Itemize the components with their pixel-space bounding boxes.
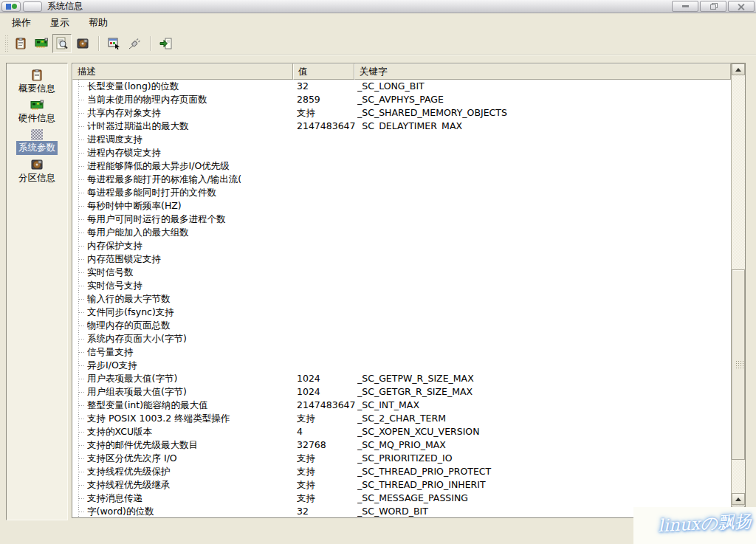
cell-desc: 支持消息传递 xyxy=(87,492,297,505)
exit-button[interactable] xyxy=(156,34,175,53)
cell-desc: 支持线程优先级继承 xyxy=(87,478,297,492)
cell-desc: 当前未使用的物理内存页面数 xyxy=(87,93,297,106)
cell-desc: 支持区分优先次序 I/O xyxy=(87,452,297,465)
table-row[interactable]: 当前未使用的物理内存页面数2859_SC_AVPHYS_PAGE xyxy=(72,93,731,106)
sidebar-item-partition[interactable]: 分区信息 xyxy=(7,159,67,185)
cell-key xyxy=(357,345,731,359)
cell-desc: 实时信号数 xyxy=(87,266,297,279)
hardware-info-button[interactable] xyxy=(32,34,51,53)
scrollbar-thumb[interactable] xyxy=(732,269,745,460)
titlebar[interactable]: 系统信息 xyxy=(0,0,756,13)
display-settings-icon xyxy=(108,38,120,49)
dithered-selected-icon xyxy=(31,129,43,140)
cell-value: 支持 xyxy=(297,412,357,425)
table-row[interactable]: 支持的XCU版本4_SC_XOPEN_XCU_VERSION xyxy=(72,425,731,438)
sidebar-item-summary[interactable]: 概要信息 xyxy=(7,69,67,96)
table-row[interactable]: 内存保护支持 xyxy=(72,239,731,252)
table-row[interactable]: 每进程最多能打开的标准输入/输出流( xyxy=(72,173,731,186)
sidebar-item-label: 分区信息 xyxy=(16,171,58,185)
window-menu-button[interactable] xyxy=(1,1,21,12)
table-row[interactable]: 系统内存页面大小(字节) xyxy=(72,332,731,345)
column-header-keyword[interactable]: 关键字 xyxy=(354,63,731,80)
sidebar-item-hardware[interactable]: 硬件信息 xyxy=(7,100,67,125)
scroll-up-button[interactable] xyxy=(732,63,745,75)
menubar: 操作 显示 帮助 xyxy=(0,13,756,32)
table-row[interactable]: 实时信号支持 xyxy=(72,279,731,292)
table-row[interactable]: 每秒时钟中断频率(HZ) xyxy=(72,199,731,213)
menu-view[interactable]: 显示 xyxy=(46,15,74,31)
table-row[interactable]: 计时器过期溢出的最大数2147483647_SC_DELAYTIMER_MAX xyxy=(72,120,731,130)
table-row[interactable]: 共享内存对象支持支持_SC_SHARED_MEMORY_OBJECTS xyxy=(72,106,731,120)
table-row[interactable]: 支持线程优先级继承支持_SC_THREAD_PRIO_INHERIT xyxy=(72,478,731,492)
table-row[interactable]: 物理内存的页面总数 xyxy=(72,319,731,332)
close-icon xyxy=(738,3,745,10)
cell-key xyxy=(357,319,731,332)
table-row[interactable]: 信号量支持 xyxy=(72,345,731,359)
cell-key: _SC_DELAYTIMER_MAX xyxy=(357,120,731,130)
menu-help[interactable]: 帮助 xyxy=(84,15,112,31)
partition-info-button[interactable] xyxy=(73,34,92,53)
cell-key: _SC_MESSAGE_PASSING xyxy=(357,492,731,505)
display-settings-button[interactable] xyxy=(104,34,123,53)
table-row[interactable]: 文件同步(fsync)支持 xyxy=(72,306,731,319)
summary-info-button[interactable] xyxy=(11,34,30,53)
cell-value: 4 xyxy=(297,425,357,438)
vertical-scrollbar[interactable] xyxy=(731,63,745,517)
app-icon xyxy=(12,4,17,9)
menu-action[interactable]: 操作 xyxy=(7,15,35,31)
table-row[interactable]: 每进程最多能同时打开的文件数 xyxy=(72,186,731,199)
table-row[interactable]: 实时信号数 xyxy=(72,266,731,279)
cell-value: 支持 xyxy=(297,478,357,492)
table-row[interactable]: 支持 POSIX 1003.2 终端类型操作支持_SC_2_CHAR_TERM xyxy=(72,412,731,425)
table-row[interactable]: 支持线程优先级保护支持_SC_THREAD_PRIO_PROTECT xyxy=(72,465,731,478)
arrow-up-icon xyxy=(735,68,741,72)
table-row[interactable]: 用户表项最大值(字节)1024_SC_GETPW_R_SIZE_MAX xyxy=(72,372,731,385)
table-row[interactable]: 输入行的最大字节数 xyxy=(72,292,731,306)
table-row[interactable]: 长型变量(long)的位数32_SC_LONG_BIT xyxy=(72,80,731,93)
cell-value xyxy=(297,266,357,279)
cell-value: 32 xyxy=(297,505,357,517)
table-row[interactable]: 进程调度支持 xyxy=(72,133,731,146)
cell-key: _SC_2_CHAR_TERM xyxy=(357,412,731,425)
scroll-up-button-bottom[interactable] xyxy=(732,493,745,505)
column-header-value[interactable]: 值 xyxy=(293,63,354,80)
cell-value: 支持 xyxy=(297,106,357,120)
cell-desc: 每进程最多能打开的标准输入/输出流( xyxy=(87,173,297,186)
cell-key xyxy=(357,133,731,146)
table-row[interactable]: 内存范围锁定支持 xyxy=(72,252,731,266)
table-row[interactable]: 进程内存锁定支持 xyxy=(72,146,731,159)
cell-key: _SC_LONG_BIT xyxy=(357,80,731,93)
toolbar-grip[interactable] xyxy=(4,35,9,52)
window-title: 系统信息 xyxy=(47,0,83,13)
minimize-button[interactable] xyxy=(672,1,698,12)
sidebar-item-label: 系统参数 xyxy=(16,141,58,155)
maximize-button[interactable] xyxy=(700,1,726,12)
table-row[interactable]: 每用户可同时运行的最多进程个数 xyxy=(72,213,731,226)
cell-value xyxy=(297,213,357,226)
cell-value: 1024 xyxy=(297,372,357,385)
table-row[interactable]: 字(word)的位数32_SC_WORD_BIT xyxy=(72,505,731,517)
cell-value xyxy=(297,345,357,359)
cell-key xyxy=(357,266,731,279)
close-button[interactable] xyxy=(728,1,755,12)
cell-value xyxy=(297,186,357,199)
table-row[interactable]: 异步I/O支持 xyxy=(72,359,731,372)
titlebar-blank-button[interactable] xyxy=(23,1,42,12)
app-icon xyxy=(6,4,11,10)
disconnect-button[interactable] xyxy=(125,34,144,53)
table-row[interactable]: 用户组表项最大值(字节)1024_SC_GETGR_R_SIZE_MAX xyxy=(72,385,731,399)
column-header-description[interactable]: 描述 xyxy=(72,63,293,80)
cell-key xyxy=(357,159,731,173)
table-row[interactable]: 整型变量(int)能容纳的最大值2147483647_SC_INT_MAX xyxy=(72,399,731,412)
table-row[interactable]: 支持区分优先次序 I/O支持_SC_PRIORITIZED_IO xyxy=(72,452,731,465)
system-params-button[interactable] xyxy=(52,34,72,53)
table-row[interactable]: 进程能够降低的最大异步I/O优先级 xyxy=(72,159,731,173)
cell-desc: 支持的邮件优先级最大数目 xyxy=(87,438,297,452)
table-row[interactable]: 支持消息传递支持_SC_MESSAGE_PASSING xyxy=(72,492,731,505)
cell-desc: 支持 POSIX 1003.2 终端类型操作 xyxy=(87,412,297,425)
table-row[interactable]: 支持的邮件优先级最大数目32768_SC_MQ_PRIO_MAX xyxy=(72,438,731,452)
cell-key xyxy=(357,292,731,306)
table-row[interactable]: 每用户能加入的最大组数 xyxy=(72,226,731,239)
sidebar-item-system-params[interactable]: 系统参数 xyxy=(7,129,67,155)
cell-value xyxy=(297,159,357,173)
